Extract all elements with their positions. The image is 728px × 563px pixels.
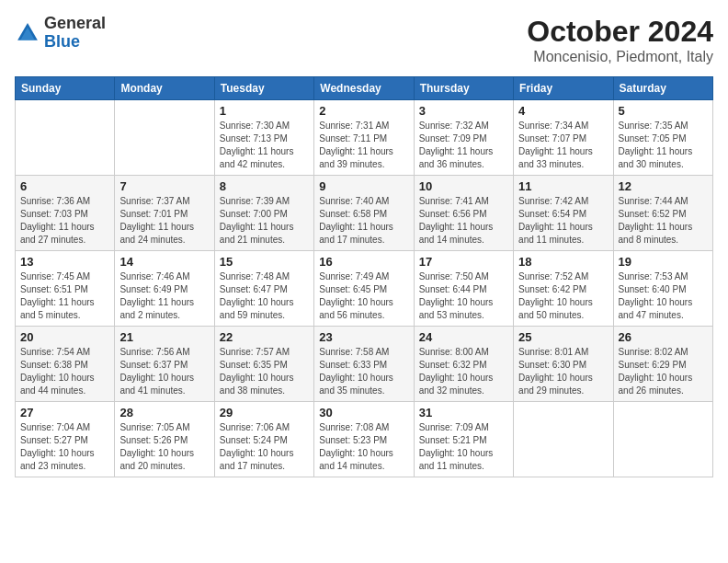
day-info: Sunrise: 7:09 AM Sunset: 5:21 PM Dayligh… xyxy=(419,421,508,473)
header-wednesday: Wednesday xyxy=(314,77,414,100)
day-info: Sunrise: 7:44 AM Sunset: 6:52 PM Dayligh… xyxy=(619,195,708,247)
day-info: Sunrise: 7:31 AM Sunset: 7:11 PM Dayligh… xyxy=(319,120,408,171)
day-cell: 29Sunrise: 7:06 AM Sunset: 5:24 PM Dayli… xyxy=(214,402,313,477)
day-info: Sunrise: 7:40 AM Sunset: 6:58 PM Dayligh… xyxy=(319,195,408,247)
day-cell: 26Sunrise: 8:02 AM Sunset: 6:29 PM Dayli… xyxy=(613,327,712,402)
logo-blue: Blue xyxy=(44,32,80,51)
day-cell: 15Sunrise: 7:48 AM Sunset: 6:47 PM Dayli… xyxy=(214,251,313,327)
day-info: Sunrise: 7:42 AM Sunset: 6:54 PM Dayligh… xyxy=(518,195,608,247)
day-cell: 1Sunrise: 7:30 AM Sunset: 7:13 PM Daylig… xyxy=(214,100,313,176)
page-header: General Blue October 2024 Moncenisio, Pi… xyxy=(15,15,713,65)
day-info: Sunrise: 7:56 AM Sunset: 6:37 PM Dayligh… xyxy=(119,346,209,397)
day-info: Sunrise: 8:01 AM Sunset: 6:30 PM Dayligh… xyxy=(518,346,608,397)
day-number: 25 xyxy=(518,330,608,344)
day-info: Sunrise: 7:49 AM Sunset: 6:45 PM Dayligh… xyxy=(319,270,408,322)
day-cell xyxy=(115,100,214,176)
logo-general: General xyxy=(44,14,106,32)
day-number: 21 xyxy=(119,330,209,344)
header-sunday: Sunday xyxy=(16,77,115,100)
day-cell: 6Sunrise: 7:36 AM Sunset: 7:03 PM Daylig… xyxy=(16,176,115,251)
header-monday: Monday xyxy=(115,77,214,100)
week-row-0: 1Sunrise: 7:30 AM Sunset: 7:13 PM Daylig… xyxy=(16,100,713,176)
day-number: 9 xyxy=(319,179,408,193)
day-number: 27 xyxy=(20,406,109,419)
day-number: 1 xyxy=(220,104,309,118)
day-cell: 25Sunrise: 8:01 AM Sunset: 6:30 PM Dayli… xyxy=(514,327,613,402)
day-cell: 16Sunrise: 7:49 AM Sunset: 6:45 PM Dayli… xyxy=(314,251,414,327)
day-info: Sunrise: 7:32 AM Sunset: 7:09 PM Dayligh… xyxy=(419,120,508,171)
day-number: 19 xyxy=(619,255,708,269)
day-info: Sunrise: 7:06 AM Sunset: 5:24 PM Dayligh… xyxy=(220,421,309,473)
day-cell: 21Sunrise: 7:56 AM Sunset: 6:37 PM Dayli… xyxy=(115,327,214,402)
header-friday: Friday xyxy=(514,77,613,100)
header-tuesday: Tuesday xyxy=(214,77,313,100)
day-info: Sunrise: 7:53 AM Sunset: 6:40 PM Dayligh… xyxy=(619,270,708,322)
day-number: 17 xyxy=(419,255,508,269)
day-cell xyxy=(613,402,712,477)
day-cell: 4Sunrise: 7:34 AM Sunset: 7:07 PM Daylig… xyxy=(514,100,613,176)
day-cell xyxy=(514,402,613,477)
day-cell: 20Sunrise: 7:54 AM Sunset: 6:38 PM Dayli… xyxy=(16,327,115,402)
day-number: 29 xyxy=(220,406,309,419)
day-number: 5 xyxy=(619,104,708,118)
day-cell: 28Sunrise: 7:05 AM Sunset: 5:26 PM Dayli… xyxy=(115,402,214,477)
location: Moncenisio, Piedmont, Italy xyxy=(527,49,713,65)
day-cell: 19Sunrise: 7:53 AM Sunset: 6:40 PM Dayli… xyxy=(613,251,712,327)
day-info: Sunrise: 7:36 AM Sunset: 7:03 PM Dayligh… xyxy=(20,195,109,247)
day-cell: 7Sunrise: 7:37 AM Sunset: 7:01 PM Daylig… xyxy=(115,176,214,251)
day-number: 28 xyxy=(119,406,209,419)
month-year: October 2024 xyxy=(527,15,713,49)
day-number: 26 xyxy=(619,330,708,344)
day-info: Sunrise: 7:04 AM Sunset: 5:27 PM Dayligh… xyxy=(20,421,109,473)
day-cell: 3Sunrise: 7:32 AM Sunset: 7:09 PM Daylig… xyxy=(414,100,513,176)
day-number: 12 xyxy=(619,179,708,193)
week-row-2: 13Sunrise: 7:45 AM Sunset: 6:51 PM Dayli… xyxy=(16,251,713,327)
day-number: 6 xyxy=(20,179,109,193)
header-row: SundayMondayTuesdayWednesdayThursdayFrid… xyxy=(16,77,713,100)
day-number: 22 xyxy=(220,330,309,344)
day-number: 23 xyxy=(319,330,408,344)
day-info: Sunrise: 7:35 AM Sunset: 7:05 PM Dayligh… xyxy=(619,120,708,171)
title-block: October 2024 Moncenisio, Piedmont, Italy xyxy=(527,15,713,65)
day-info: Sunrise: 7:39 AM Sunset: 7:00 PM Dayligh… xyxy=(220,195,309,247)
day-info: Sunrise: 7:45 AM Sunset: 6:51 PM Dayligh… xyxy=(20,270,109,322)
calendar-table: SundayMondayTuesdayWednesdayThursdayFrid… xyxy=(15,76,713,477)
day-number: 20 xyxy=(20,330,109,344)
day-number: 14 xyxy=(119,255,209,269)
day-number: 4 xyxy=(518,104,608,118)
logo: General Blue xyxy=(15,15,106,52)
day-cell: 18Sunrise: 7:52 AM Sunset: 6:42 PM Dayli… xyxy=(514,251,613,327)
day-cell xyxy=(16,100,115,176)
day-number: 30 xyxy=(319,406,408,419)
day-info: Sunrise: 7:57 AM Sunset: 6:35 PM Dayligh… xyxy=(220,346,309,397)
day-info: Sunrise: 7:05 AM Sunset: 5:26 PM Dayligh… xyxy=(119,421,209,473)
day-info: Sunrise: 7:41 AM Sunset: 6:56 PM Dayligh… xyxy=(419,195,508,247)
day-cell: 5Sunrise: 7:35 AM Sunset: 7:05 PM Daylig… xyxy=(613,100,712,176)
day-info: Sunrise: 7:46 AM Sunset: 6:49 PM Dayligh… xyxy=(119,270,209,322)
day-cell: 8Sunrise: 7:39 AM Sunset: 7:00 PM Daylig… xyxy=(214,176,313,251)
day-info: Sunrise: 7:48 AM Sunset: 6:47 PM Dayligh… xyxy=(220,270,309,322)
day-number: 15 xyxy=(220,255,309,269)
day-cell: 9Sunrise: 7:40 AM Sunset: 6:58 PM Daylig… xyxy=(314,176,414,251)
header-thursday: Thursday xyxy=(414,77,513,100)
day-cell: 13Sunrise: 7:45 AM Sunset: 6:51 PM Dayli… xyxy=(16,251,115,327)
day-cell: 27Sunrise: 7:04 AM Sunset: 5:27 PM Dayli… xyxy=(16,402,115,477)
day-info: Sunrise: 8:02 AM Sunset: 6:29 PM Dayligh… xyxy=(619,346,708,397)
day-info: Sunrise: 7:08 AM Sunset: 5:23 PM Dayligh… xyxy=(319,421,408,473)
day-number: 18 xyxy=(518,255,608,269)
day-number: 24 xyxy=(419,330,508,344)
day-cell: 12Sunrise: 7:44 AM Sunset: 6:52 PM Dayli… xyxy=(613,176,712,251)
day-number: 11 xyxy=(518,179,608,193)
day-number: 16 xyxy=(319,255,408,269)
day-number: 13 xyxy=(20,255,109,269)
day-info: Sunrise: 7:58 AM Sunset: 6:33 PM Dayligh… xyxy=(319,346,408,397)
day-number: 2 xyxy=(319,104,408,118)
day-number: 3 xyxy=(419,104,508,118)
day-cell: 23Sunrise: 7:58 AM Sunset: 6:33 PM Dayli… xyxy=(314,327,414,402)
day-cell: 31Sunrise: 7:09 AM Sunset: 5:21 PM Dayli… xyxy=(414,402,513,477)
header-saturday: Saturday xyxy=(613,77,712,100)
day-cell: 10Sunrise: 7:41 AM Sunset: 6:56 PM Dayli… xyxy=(414,176,513,251)
day-info: Sunrise: 8:00 AM Sunset: 6:32 PM Dayligh… xyxy=(419,346,508,397)
logo-icon xyxy=(15,20,40,46)
day-cell: 17Sunrise: 7:50 AM Sunset: 6:44 PM Dayli… xyxy=(414,251,513,327)
